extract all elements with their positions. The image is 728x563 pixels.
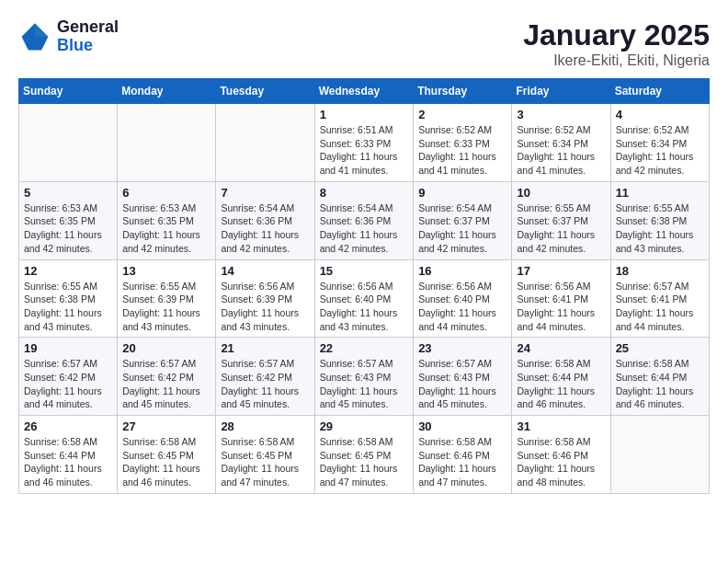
day-number: 24	[517, 341, 605, 355]
calendar-cell: 6Sunrise: 6:53 AM Sunset: 6:35 PM Daylig…	[118, 181, 216, 259]
calendar-cell	[610, 416, 709, 494]
calendar-cell: 16Sunrise: 6:56 AM Sunset: 6:40 PM Dayli…	[414, 259, 512, 338]
svg-marker-2	[22, 23, 35, 36]
calendar-cell: 18Sunrise: 6:57 AM Sunset: 6:41 PM Dayli…	[610, 259, 709, 338]
logo-text: General Blue	[57, 18, 119, 55]
calendar-table: SundayMondayTuesdayWednesdayThursdayFrid…	[18, 78, 710, 494]
calendar-header: SundayMondayTuesdayWednesdayThursdayFrid…	[19, 79, 710, 104]
day-number: 22	[320, 341, 409, 355]
day-info: Sunrise: 6:56 AM Sunset: 6:40 PM Dayligh…	[320, 280, 409, 334]
weekday-header-sunday: Sunday	[19, 79, 118, 104]
day-info: Sunrise: 6:58 AM Sunset: 6:44 PM Dayligh…	[616, 357, 704, 411]
day-info: Sunrise: 6:56 AM Sunset: 6:40 PM Dayligh…	[418, 280, 506, 334]
calendar-cell: 3Sunrise: 6:52 AM Sunset: 6:34 PM Daylig…	[512, 104, 610, 182]
calendar-cell: 22Sunrise: 6:57 AM Sunset: 6:43 PM Dayli…	[314, 338, 414, 416]
day-number: 26	[24, 419, 112, 433]
calendar-cell: 5Sunrise: 6:53 AM Sunset: 6:35 PM Daylig…	[19, 181, 118, 259]
day-info: Sunrise: 6:57 AM Sunset: 6:43 PM Dayligh…	[418, 357, 506, 411]
weekday-header-tuesday: Tuesday	[216, 79, 314, 104]
weekday-header-row: SundayMondayTuesdayWednesdayThursdayFrid…	[19, 79, 710, 104]
day-number: 5	[24, 186, 112, 200]
day-number: 20	[122, 341, 210, 355]
calendar-cell: 11Sunrise: 6:55 AM Sunset: 6:38 PM Dayli…	[610, 181, 709, 259]
logo-blue: Blue	[57, 36, 93, 54]
calendar-cell: 17Sunrise: 6:56 AM Sunset: 6:41 PM Dayli…	[512, 259, 610, 338]
day-info: Sunrise: 6:54 AM Sunset: 6:37 PM Dayligh…	[418, 201, 506, 256]
day-info: Sunrise: 6:58 AM Sunset: 6:45 PM Dayligh…	[320, 435, 409, 489]
calendar-cell: 24Sunrise: 6:58 AM Sunset: 6:44 PM Dayli…	[512, 338, 610, 416]
day-number: 8	[320, 186, 409, 200]
day-number: 7	[221, 186, 309, 200]
day-number: 21	[221, 341, 309, 355]
calendar-cell: 30Sunrise: 6:58 AM Sunset: 6:46 PM Dayli…	[414, 416, 512, 494]
calendar-week-3: 12Sunrise: 6:55 AM Sunset: 6:38 PM Dayli…	[19, 259, 710, 338]
day-info: Sunrise: 6:57 AM Sunset: 6:42 PM Dayligh…	[122, 357, 210, 411]
calendar-cell	[216, 104, 314, 182]
calendar-cell: 4Sunrise: 6:52 AM Sunset: 6:34 PM Daylig…	[610, 104, 709, 182]
calendar-title: January 2025	[523, 18, 710, 52]
calendar-cell: 2Sunrise: 6:52 AM Sunset: 6:33 PM Daylig…	[414, 104, 512, 182]
calendar-cell: 13Sunrise: 6:55 AM Sunset: 6:39 PM Dayli…	[118, 259, 216, 338]
day-info: Sunrise: 6:52 AM Sunset: 6:34 PM Dayligh…	[616, 123, 704, 178]
day-number: 30	[418, 419, 506, 433]
day-number: 2	[418, 108, 506, 121]
day-number: 13	[122, 264, 210, 278]
day-number: 3	[517, 108, 605, 121]
logo-general: General	[57, 17, 119, 36]
day-number: 15	[320, 264, 409, 278]
day-info: Sunrise: 6:57 AM Sunset: 6:43 PM Dayligh…	[320, 357, 409, 411]
weekday-header-friday: Friday	[512, 79, 610, 104]
day-info: Sunrise: 6:56 AM Sunset: 6:39 PM Dayligh…	[221, 280, 309, 334]
day-info: Sunrise: 6:57 AM Sunset: 6:42 PM Dayligh…	[221, 357, 309, 411]
calendar-week-4: 19Sunrise: 6:57 AM Sunset: 6:42 PM Dayli…	[19, 338, 710, 416]
weekday-header-thursday: Thursday	[414, 79, 512, 104]
page-header: General Blue January 2025 Ikere-Ekiti, E…	[18, 18, 710, 69]
calendar-body: 1Sunrise: 6:51 AM Sunset: 6:33 PM Daylig…	[19, 104, 710, 494]
day-info: Sunrise: 6:51 AM Sunset: 6:33 PM Dayligh…	[320, 123, 409, 178]
day-info: Sunrise: 6:58 AM Sunset: 6:46 PM Dayligh…	[517, 435, 605, 489]
day-number: 4	[616, 108, 704, 121]
weekday-header-wednesday: Wednesday	[314, 79, 414, 104]
calendar-cell: 19Sunrise: 6:57 AM Sunset: 6:42 PM Dayli…	[19, 338, 118, 416]
calendar-cell: 29Sunrise: 6:58 AM Sunset: 6:45 PM Dayli…	[314, 416, 414, 494]
calendar-cell: 23Sunrise: 6:57 AM Sunset: 6:43 PM Dayli…	[414, 338, 512, 416]
day-info: Sunrise: 6:56 AM Sunset: 6:41 PM Dayligh…	[517, 280, 605, 334]
calendar-cell: 21Sunrise: 6:57 AM Sunset: 6:42 PM Dayli…	[216, 338, 314, 416]
day-info: Sunrise: 6:58 AM Sunset: 6:46 PM Dayligh…	[418, 435, 506, 489]
calendar-cell: 1Sunrise: 6:51 AM Sunset: 6:33 PM Daylig…	[314, 104, 414, 182]
day-number: 14	[221, 264, 309, 278]
day-number: 28	[221, 419, 309, 433]
calendar-cell: 27Sunrise: 6:58 AM Sunset: 6:45 PM Dayli…	[118, 416, 216, 494]
day-info: Sunrise: 6:58 AM Sunset: 6:45 PM Dayligh…	[122, 435, 210, 489]
day-number: 19	[24, 341, 112, 355]
day-number: 31	[517, 419, 605, 433]
calendar-week-2: 5Sunrise: 6:53 AM Sunset: 6:35 PM Daylig…	[19, 181, 710, 259]
weekday-header-monday: Monday	[118, 79, 216, 104]
day-number: 23	[418, 341, 506, 355]
day-info: Sunrise: 6:58 AM Sunset: 6:44 PM Dayligh…	[24, 435, 112, 489]
day-info: Sunrise: 6:52 AM Sunset: 6:33 PM Dayligh…	[418, 123, 506, 178]
calendar-cell: 15Sunrise: 6:56 AM Sunset: 6:40 PM Dayli…	[314, 259, 414, 338]
day-info: Sunrise: 6:55 AM Sunset: 6:39 PM Dayligh…	[122, 280, 210, 334]
calendar-cell: 28Sunrise: 6:58 AM Sunset: 6:45 PM Dayli…	[216, 416, 314, 494]
day-info: Sunrise: 6:58 AM Sunset: 6:45 PM Dayligh…	[221, 435, 309, 489]
day-number: 16	[418, 264, 506, 278]
calendar-week-5: 26Sunrise: 6:58 AM Sunset: 6:44 PM Dayli…	[19, 416, 710, 494]
day-number: 9	[418, 186, 506, 200]
calendar-cell: 8Sunrise: 6:54 AM Sunset: 6:36 PM Daylig…	[314, 181, 414, 259]
calendar-cell: 20Sunrise: 6:57 AM Sunset: 6:42 PM Dayli…	[118, 338, 216, 416]
calendar-cell	[19, 104, 118, 182]
calendar-cell: 25Sunrise: 6:58 AM Sunset: 6:44 PM Dayli…	[610, 338, 709, 416]
day-info: Sunrise: 6:53 AM Sunset: 6:35 PM Dayligh…	[24, 201, 112, 256]
day-info: Sunrise: 6:58 AM Sunset: 6:44 PM Dayligh…	[517, 357, 605, 411]
calendar-cell: 12Sunrise: 6:55 AM Sunset: 6:38 PM Dayli…	[19, 259, 118, 338]
day-info: Sunrise: 6:57 AM Sunset: 6:42 PM Dayligh…	[24, 357, 112, 411]
calendar-cell: 9Sunrise: 6:54 AM Sunset: 6:37 PM Daylig…	[414, 181, 512, 259]
logo: General Blue	[18, 18, 119, 55]
calendar-subtitle: Ikere-Ekiti, Ekiti, Nigeria	[523, 52, 710, 69]
title-block: January 2025 Ikere-Ekiti, Ekiti, Nigeria	[523, 18, 710, 69]
day-number: 10	[517, 186, 605, 200]
weekday-header-saturday: Saturday	[610, 79, 709, 104]
day-info: Sunrise: 6:55 AM Sunset: 6:37 PM Dayligh…	[517, 201, 605, 256]
calendar-cell: 10Sunrise: 6:55 AM Sunset: 6:37 PM Dayli…	[512, 181, 610, 259]
